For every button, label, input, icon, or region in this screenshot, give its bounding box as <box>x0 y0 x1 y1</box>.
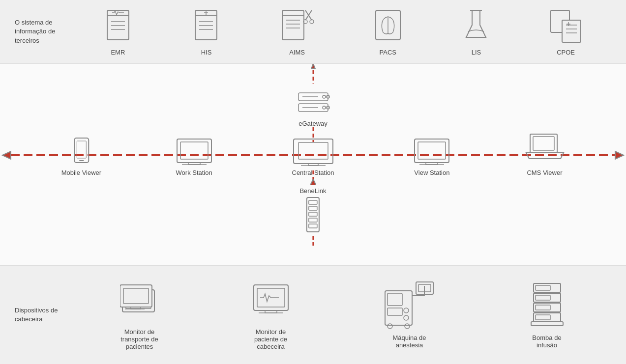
maquina-anestesia-icon <box>383 281 437 330</box>
bomba-infusao-label: Bomba de infusão <box>532 334 561 349</box>
cms-viewer-node: CMS Viewer <box>525 132 565 176</box>
svg-marker-44 <box>615 151 624 159</box>
emr-icon <box>103 8 133 45</box>
monitor-cabeceira-label: Monitor de paciente de cabeceira <box>254 328 287 350</box>
pacs-label: PACS <box>380 49 396 56</box>
cms-viewer-icon <box>525 132 565 166</box>
svg-rect-57 <box>418 142 446 159</box>
svg-rect-67 <box>309 212 317 216</box>
svg-rect-83 <box>388 308 402 315</box>
svg-marker-32 <box>311 64 315 69</box>
svg-rect-93 <box>536 285 550 290</box>
v-line-top-arrow <box>311 64 316 88</box>
svg-rect-51 <box>77 141 86 158</box>
emr-label: EMR <box>111 49 125 56</box>
middle-section: eGateway Central Station Mobile Viewer <box>0 64 626 265</box>
svg-point-85 <box>404 315 409 320</box>
svg-point-91 <box>405 324 410 329</box>
work-station-node: Work Station <box>175 137 214 176</box>
top-items: EMR HIS <box>74 8 611 56</box>
top-section: O sistema de informação de terceiros EMR <box>0 0 626 64</box>
svg-rect-100 <box>531 322 563 326</box>
top-section-label: O sistema de informação de terceiros <box>15 18 69 45</box>
svg-rect-65 <box>309 200 317 204</box>
top-item-lis: LIS <box>461 8 491 56</box>
svg-rect-97 <box>536 305 550 310</box>
view-station-node: View Station <box>412 137 451 176</box>
svg-rect-68 <box>309 218 317 222</box>
v-line-benelink-bottom <box>311 236 316 246</box>
svg-point-37 <box>323 106 326 109</box>
egateway-label: eGateway <box>298 120 328 127</box>
top-item-pacs: PACS <box>373 8 403 56</box>
svg-point-35 <box>323 95 326 98</box>
his-icon <box>191 8 221 45</box>
benelink-icon <box>302 196 324 236</box>
aims-icon <box>280 8 314 45</box>
bottom-item-monitor-transport: Monitor de transporte de pacientes <box>120 280 159 350</box>
cpoe-icon <box>550 8 582 45</box>
svg-point-84 <box>404 308 409 313</box>
benelink-area: BeneLink <box>299 170 326 246</box>
svg-rect-46 <box>298 142 328 159</box>
lis-label: LIS <box>472 49 481 56</box>
svg-point-90 <box>388 324 392 329</box>
bottom-item-maquina-anestesia: Máquina de anestesia <box>383 281 437 349</box>
monitor-transport-icon <box>120 280 159 324</box>
svg-rect-66 <box>309 206 317 210</box>
work-station-icon <box>175 137 214 166</box>
svg-rect-82 <box>388 293 402 306</box>
benelink-label: BeneLink <box>299 187 326 195</box>
bottom-section: Dispositivos de cabeceira Monitor de tra… <box>0 265 626 364</box>
mobile-viewer-label: Mobile Viewer <box>61 169 101 176</box>
svg-rect-61 <box>533 137 554 150</box>
egateway-icon <box>292 88 335 119</box>
aims-label: AIMS <box>289 49 305 56</box>
top-item-cpoe: CPOE <box>550 8 582 56</box>
bottom-items: Monitor de transporte de pacientes Monit… <box>74 280 611 350</box>
svg-point-20 <box>310 20 314 24</box>
benelink-arrow-up <box>310 179 316 185</box>
cpoe-label: CPOE <box>557 49 575 56</box>
svg-rect-25 <box>562 20 581 42</box>
top-item-aims: AIMS <box>280 8 314 56</box>
cms-viewer-label: CMS Viewer <box>527 169 562 176</box>
maquina-anestesia-label: Máquina de anestesia <box>393 334 426 349</box>
svg-rect-98 <box>534 313 561 322</box>
bottom-item-bomba-infusao: Bomba de infusão <box>529 281 566 349</box>
pacs-icon <box>373 8 403 45</box>
view-station-icon <box>412 137 451 166</box>
svg-rect-99 <box>536 315 550 320</box>
lis-icon <box>461 8 491 45</box>
svg-rect-96 <box>534 303 561 312</box>
top-item-emr: EMR <box>103 8 133 56</box>
bomba-infusao-icon <box>529 281 566 330</box>
svg-marker-63 <box>310 179 316 185</box>
svg-rect-49 <box>74 138 89 163</box>
svg-rect-69 <box>309 224 317 228</box>
view-station-label: View Station <box>414 169 449 176</box>
monitor-cabeceira-icon <box>251 280 291 324</box>
monitor-transport-label: Monitor de transporte de pacientes <box>120 328 158 350</box>
v-line-benelink-top <box>311 170 316 180</box>
mobile-viewer-node: Mobile Viewer <box>61 137 101 176</box>
his-label: HIS <box>201 49 212 56</box>
central-station-icon <box>291 137 335 166</box>
bottom-section-label: Dispositivos de cabeceira <box>15 306 69 324</box>
svg-rect-53 <box>180 142 208 159</box>
svg-rect-95 <box>536 295 550 300</box>
svg-rect-92 <box>534 283 561 292</box>
bottom-item-monitor-cabeceira: Monitor de paciente de cabeceira <box>251 280 291 350</box>
svg-rect-94 <box>534 293 561 302</box>
mobile-viewer-icon <box>70 137 92 166</box>
svg-marker-42 <box>2 151 11 159</box>
work-station-label: Work Station <box>176 169 212 176</box>
top-item-his: HIS <box>191 8 221 56</box>
